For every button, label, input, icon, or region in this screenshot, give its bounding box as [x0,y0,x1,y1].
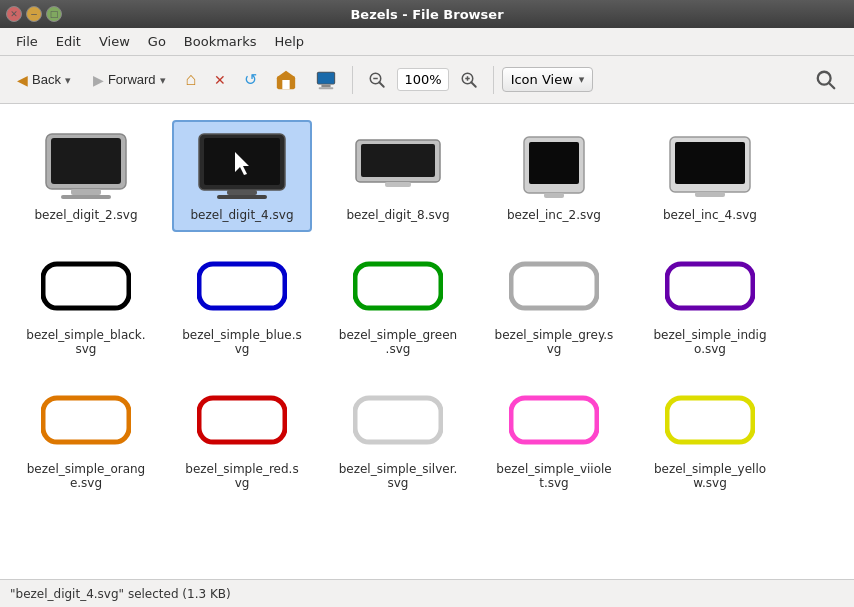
svg-line-13 [471,82,476,87]
zoom-out-icon [368,71,386,89]
file-label: bezel_inc_4.svg [663,208,757,222]
file-thumbnail [506,130,602,202]
file-label: bezel_simple_orange.svg [26,462,146,490]
stop-button[interactable] [207,67,233,93]
menu-edit[interactable]: Edit [48,31,89,52]
file-item[interactable]: bezel_simple_grey.svg [484,240,624,366]
computer-button[interactable] [308,64,344,96]
svg-rect-37 [511,264,597,308]
file-item[interactable]: bezel_simple_silver.svg [328,374,468,500]
file-item[interactable]: bezel_simple_red.svg [172,374,312,500]
file-label: bezel_digit_4.svg [190,208,293,222]
menu-file[interactable]: File [8,31,46,52]
file-label: bezel_simple_indigo.svg [650,328,770,356]
menu-go[interactable]: Go [140,31,174,52]
toolbar-separator-2 [493,66,494,94]
svg-rect-2 [283,80,290,89]
forward-button[interactable]: Forward [84,67,175,93]
reload-icon [244,70,257,89]
toolbar-separator-1 [352,66,353,94]
svg-rect-17 [51,138,121,184]
zoom-in-button[interactable] [453,66,485,94]
titlebar-buttons: ✕ − □ [6,6,62,22]
svg-rect-30 [544,193,564,198]
svg-line-15 [829,83,834,88]
file-label: bezel_simple_green.svg [338,328,458,356]
file-thumbnail [662,384,758,456]
file-item[interactable]: bezel_simple_blue.svg [172,240,312,366]
view-mode-selector[interactable]: Icon View ▾ [502,67,594,92]
file-label: bezel_digit_2.svg [34,208,137,222]
svg-rect-42 [511,398,597,442]
file-label: bezel_simple_yellow.svg [650,462,770,490]
svg-rect-26 [361,144,435,177]
zoom-in-icon [460,71,478,89]
file-label: bezel_simple_blue.svg [182,328,302,356]
svg-rect-22 [227,190,257,195]
file-thumbnail [506,250,602,322]
view-mode-label: Icon View [511,72,573,87]
file-item[interactable]: bezel_digit_4.svg [172,120,312,232]
file-item[interactable]: bezel_digit_8.svg [328,120,468,232]
file-label: bezel_simple_grey.svg [494,328,614,356]
svg-rect-35 [199,264,285,308]
svg-rect-34 [43,264,129,308]
menu-view[interactable]: View [91,31,138,52]
search-button[interactable] [806,64,846,96]
file-item[interactable]: bezel_simple_green.svg [328,240,468,366]
back-label: Back [32,72,61,87]
home-icon [186,69,197,90]
location-button[interactable] [268,64,304,96]
file-thumbnail [194,250,290,322]
maximize-button[interactable]: □ [46,6,62,22]
file-item[interactable]: bezel_simple_orange.svg [16,374,156,500]
titlebar: ✕ − □ Bezels - File Browser [0,0,854,28]
svg-rect-43 [667,398,753,442]
zoom-level: 100% [397,68,448,91]
menu-help[interactable]: Help [266,31,312,52]
forward-label: Forward [108,72,156,87]
file-item[interactable]: bezel_simple_indigo.svg [640,240,780,366]
file-thumbnail [662,130,758,202]
back-button[interactable]: Back [8,67,80,93]
forward-icon [93,72,104,88]
file-item[interactable]: bezel_simple_viiolet.svg [484,374,624,500]
close-button[interactable]: ✕ [6,6,22,22]
file-item[interactable]: bezel_inc_4.svg [640,120,780,232]
zoom-out-button[interactable] [361,66,393,94]
home-button[interactable] [179,64,204,95]
file-thumbnail [506,384,602,456]
file-thumbnail [38,250,134,322]
file-thumbnail [350,130,446,202]
menubar: File Edit View Go Bookmarks Help [0,28,854,56]
svg-rect-27 [385,182,411,187]
back-icon [17,72,28,88]
file-label: bezel_digit_8.svg [346,208,449,222]
file-item[interactable]: bezel_digit_2.svg [16,120,156,232]
file-item[interactable]: bezel_simple_yellow.svg [640,374,780,500]
file-browser-main: bezel_digit_2.svg bezel_digit_4.svg beze… [0,104,854,579]
back-dropdown-icon [65,72,71,87]
file-item[interactable]: bezel_simple_black.svg [16,240,156,366]
svg-rect-39 [43,398,129,442]
svg-line-9 [380,82,385,87]
file-thumbnail [662,250,758,322]
file-item[interactable]: bezel_inc_2.svg [484,120,624,232]
file-thumbnail [194,384,290,456]
computer-icon [315,69,337,91]
file-label: bezel_simple_viiolet.svg [494,462,614,490]
svg-marker-1 [277,70,295,76]
svg-rect-29 [529,142,579,184]
file-label: bezel_simple_red.svg [182,462,302,490]
statusbar: "bezel_digit_4.svg" selected (1.3 KB) [0,579,854,607]
view-mode-chevron: ▾ [579,73,585,86]
file-label: bezel_simple_black.svg [26,328,146,356]
svg-rect-18 [71,189,101,195]
toolbar: Back Forward 1 [0,56,854,104]
svg-rect-23 [217,195,267,199]
minimize-button[interactable]: − [26,6,42,22]
file-thumbnail [194,130,290,202]
svg-rect-36 [355,264,441,308]
menu-bookmarks[interactable]: Bookmarks [176,31,265,52]
reload-button[interactable] [237,65,264,94]
